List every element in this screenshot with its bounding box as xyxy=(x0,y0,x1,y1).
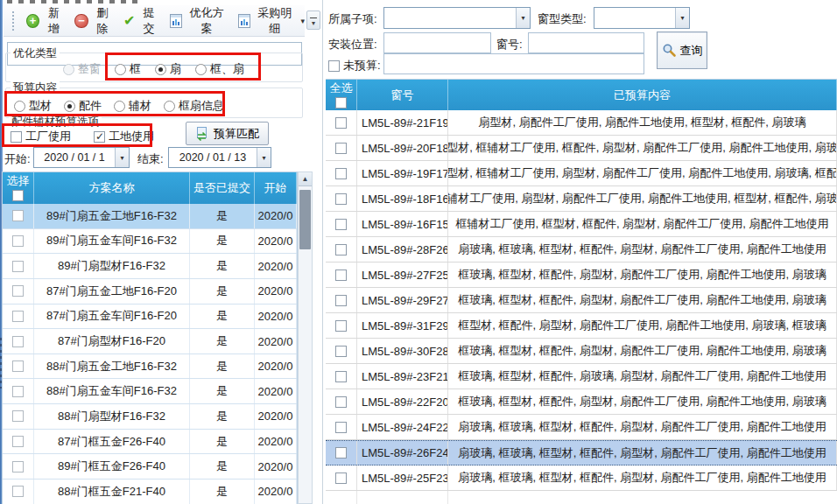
table-row[interactable]: 89#门框五金F26-F40 是 2020/0 xyxy=(3,454,297,480)
radio-frame[interactable]: 框 xyxy=(115,61,141,77)
table-row[interactable]: LM5L-89#-26F24 扇玻璃, 框玻璃, 框型材, 框配件, 扇型材, … xyxy=(326,440,837,466)
add-button[interactable]: + 新增 xyxy=(26,5,64,37)
table-row[interactable]: 89#门扇型材F16-F32 是 2020/0 xyxy=(3,254,297,279)
chevron-down-icon[interactable]: ▾ xyxy=(675,8,689,28)
chevron-down-icon[interactable]: ▾ xyxy=(115,148,129,167)
table-row[interactable]: LM5L-89#-20F18 框型材, 框辅材工厂使用, 框配件, 扇型材, 扇… xyxy=(326,136,837,161)
row-checkbox[interactable] xyxy=(335,219,347,230)
row-checkbox[interactable] xyxy=(335,117,347,129)
table-row[interactable]: 87#门扇五金车间F16-F20 是 2020/0 xyxy=(3,304,297,330)
table-row[interactable]: LM5L-89#-16F15 框辅材工厂使用, 框型材, 框配件, 扇型材, 扇… xyxy=(326,212,837,237)
table-row[interactable]: 89#门扇五金车间F16-F32 是 2020/0 xyxy=(3,229,297,255)
row-checkbox[interactable] xyxy=(12,261,24,272)
purchase-detail-button[interactable]: 采购明细 ▾ xyxy=(238,5,305,37)
radio-accessory[interactable]: 配件 xyxy=(64,98,102,114)
row-checkbox[interactable] xyxy=(12,210,24,221)
column-header-budgeted-content[interactable]: 已预算内容 xyxy=(448,80,837,110)
row-checkbox[interactable] xyxy=(12,486,24,497)
select-all-checkbox[interactable] xyxy=(12,190,24,201)
row-checkbox[interactable] xyxy=(335,143,347,154)
chevron-down-icon[interactable]: ▾ xyxy=(257,148,271,167)
column-header-select[interactable]: 选择 xyxy=(3,172,34,204)
checkbox-site-use[interactable]: 工地使用 xyxy=(94,129,154,144)
scrollbar-up-icon[interactable]: ▲ xyxy=(299,172,312,186)
row-checkbox[interactable] xyxy=(12,436,24,447)
table-row[interactable]: 88#门扇五金工地F16-F32 是 2020/0 xyxy=(3,354,297,380)
row-checkbox[interactable] xyxy=(12,311,24,322)
table-row[interactable]: LM5L-89#-19F17 框型材, 框辅材工厂使用, 扇型材, 扇配件工厂使… xyxy=(326,161,837,186)
row-checkbox[interactable] xyxy=(335,168,347,179)
start-date-picker[interactable]: 2020 / 01 / 1 ▾ xyxy=(33,147,130,168)
row-checkbox[interactable] xyxy=(335,295,347,306)
row-checkbox[interactable] xyxy=(12,386,24,397)
row-checkbox[interactable] xyxy=(335,472,347,484)
radio-whole-window[interactable]: 整窗 xyxy=(63,61,101,77)
sub-item-combo[interactable]: ▾ xyxy=(383,7,531,29)
row-checkbox[interactable] xyxy=(335,320,347,332)
table-row[interactable]: LM5L-89#-24F22 扇玻璃, 框玻璃, 框型材, 框配件, 扇型材, … xyxy=(326,415,837,440)
checkbox-no-budget[interactable]: 未预算: xyxy=(328,58,381,74)
radio-icon xyxy=(115,64,126,75)
table-row[interactable]: LM5L-89#-22F20 框玻璃, 框型材, 框配件, 扇型材, 扇配件工厂… xyxy=(326,389,837,415)
radio-frame-sash[interactable]: 框、扇 xyxy=(195,61,244,77)
delete-button[interactable]: − 删除 xyxy=(74,5,112,37)
table-row[interactable]: 87#门扇型材F16-F20 是 2020/0 xyxy=(3,329,297,354)
row-checkbox[interactable] xyxy=(12,410,24,422)
row-checkbox[interactable] xyxy=(335,346,347,357)
window-no-input[interactable] xyxy=(528,32,644,53)
window-type-combo[interactable]: ▾ xyxy=(594,7,690,29)
row-checkbox[interactable] xyxy=(335,371,347,382)
table-row[interactable]: 88#门扇型材F16-F32 是 2020/0 xyxy=(3,404,297,430)
table-row[interactable]: 88#门框五金F21-F40 是 2020/0 xyxy=(3,480,297,504)
table-row[interactable]: LM5L-89#-28F26 扇玻璃, 框玻璃, 框型材, 框配件, 扇型材, … xyxy=(326,237,837,262)
table-row[interactable]: LM5L-89#-25F23 扇玻璃, 框玻璃, 框型材, 框配件, 扇型材, … xyxy=(326,466,837,491)
query-button[interactable]: 查询 xyxy=(657,32,707,69)
row-checkbox[interactable] xyxy=(12,285,24,297)
row-checkbox[interactable] xyxy=(335,447,347,458)
column-header-window-no[interactable]: 窗号 xyxy=(357,80,448,110)
budget-match-button[interactable]: 预算匹配 xyxy=(186,122,269,145)
query-button-label: 查询 xyxy=(680,43,703,59)
table-row[interactable]: LM5L-89#-31F29 框型材, 框配件, 扇型材, 扇配件工厂使用, 扇… xyxy=(326,313,837,339)
row-checkbox[interactable] xyxy=(335,422,347,433)
table-row[interactable]: LM5L-89#-21F19 扇型材, 扇配件工厂使用, 扇配件工地使用, 框型… xyxy=(326,110,837,136)
row-checkbox[interactable] xyxy=(12,336,24,347)
row-checkbox[interactable] xyxy=(335,396,347,408)
chevron-down-icon[interactable]: ▾ xyxy=(516,8,530,28)
table-row[interactable]: 88#门扇五金车间F16-F32 是 2020/0 xyxy=(3,379,297,404)
row-checkbox[interactable] xyxy=(335,193,347,205)
table-row[interactable]: 89#门扇五金工地F16-F32 是 2020/0 xyxy=(3,204,297,229)
table-row[interactable]: LM5L-89#-23F21 框玻璃, 框型材, 框配件, 扇玻璃, 扇型材, … xyxy=(326,364,837,389)
table-row[interactable]: 87#门框五金F26-F40 是 2020/0 xyxy=(3,430,297,455)
row-checkbox[interactable] xyxy=(335,270,347,281)
row-checkbox[interactable] xyxy=(12,235,24,247)
optimize-plan-button[interactable]: 优化方案 xyxy=(170,5,228,37)
submitted-cell: 是 xyxy=(190,430,255,454)
column-header-select-all[interactable]: 全选 xyxy=(326,80,357,110)
table-row[interactable]: LM5L-89#-30F28 框玻璃, 框型材, 框配件, 扇型材, 扇配件工厂… xyxy=(326,339,837,364)
end-date-picker[interactable]: 2020 / 01 / 13 ▾ xyxy=(168,147,271,168)
checkbox-factory-use[interactable]: 工厂使用 xyxy=(11,129,71,144)
column-header-start[interactable]: 开始 xyxy=(255,172,297,204)
radio-sash[interactable]: 扇 xyxy=(155,61,181,77)
submit-button[interactable]: ✔ 提交 xyxy=(123,5,159,37)
radio-profile[interactable]: 型材 xyxy=(14,98,52,114)
scrollbar-thumb[interactable] xyxy=(299,190,311,249)
row-checkbox[interactable] xyxy=(12,360,24,372)
select-all-checkbox[interactable] xyxy=(335,97,347,108)
left-table-scrollbar[interactable]: ▲ xyxy=(298,172,313,504)
install-position-input[interactable] xyxy=(383,32,491,53)
toolbar-overflow-button[interactable]: ▾ xyxy=(306,10,320,30)
table-row[interactable]: 87#门扇五金工地F16-F20 是 2020/0 xyxy=(3,279,297,304)
column-header-plan-name[interactable]: 方案名称 xyxy=(34,172,190,204)
row-checkbox[interactable] xyxy=(335,244,347,256)
table-row[interactable]: LM5L-89#-18F16 框辅材工厂使用, 扇型材, 扇配件工厂使用, 扇配… xyxy=(326,186,837,212)
radio-frame-sash-info[interactable]: 框扇信息 xyxy=(164,98,224,114)
table-row[interactable]: LM5L-89#-29F27 框玻璃, 框型材, 框配件, 扇型材, 扇配件工厂… xyxy=(326,288,837,313)
radio-auxiliary[interactable]: 辅材 xyxy=(114,98,151,114)
column-header-submitted[interactable]: 是否已提交 xyxy=(190,172,255,204)
row-checkbox[interactable] xyxy=(12,461,24,472)
no-budget-input[interactable] xyxy=(383,53,644,74)
table-row[interactable]: LM5L-89#-27F25 框玻璃, 框型材, 框配件, 扇型材, 扇配件工厂… xyxy=(326,262,837,288)
clipped-text-fragment xyxy=(7,0,138,4)
